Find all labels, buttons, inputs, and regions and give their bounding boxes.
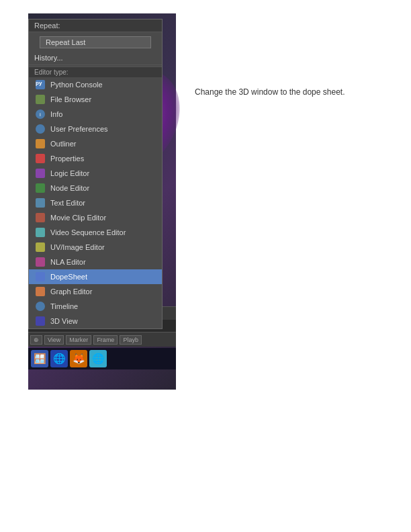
editor-type-dropdown: Repeat: Repeat Last History... Editor ty…: [28, 19, 163, 329]
menu-item-python-console[interactable]: py Python Console: [29, 77, 162, 92]
nla-icon: [34, 257, 46, 267]
menu-item-movie-clip[interactable]: Movie Clip Editor: [29, 210, 162, 225]
menu-item-user-preferences[interactable]: User Preferences: [29, 122, 162, 136]
menu-item-uv-image[interactable]: UV/Image Editor: [29, 240, 162, 255]
movieclip-icon: [34, 212, 46, 223]
filebrowser-icon: [34, 94, 46, 105]
timeline-icon-widget: ⊕: [30, 335, 42, 345]
menu-item-vse[interactable]: Video Sequence Editor: [29, 225, 162, 240]
info-icon: i: [34, 109, 46, 120]
divider-1: [29, 64, 162, 65]
taskbar-start-icon[interactable]: 🪟: [31, 350, 48, 367]
timeline-view-btn[interactable]: View: [44, 335, 64, 345]
repeat-last-row: Repeat Last: [29, 32, 162, 52]
history-button[interactable]: History...: [29, 52, 162, 63]
logic-icon: [34, 168, 46, 179]
prefs-icon: [34, 124, 46, 134]
menu-item-nla-editor[interactable]: NLA Editor: [29, 255, 162, 269]
timeline-playback-btn[interactable]: Playb: [120, 335, 142, 345]
timeline-marker-btn[interactable]: Marker: [66, 335, 91, 345]
menu-item-graph-editor[interactable]: Graph Editor: [29, 284, 162, 299]
3dview-icon: [34, 316, 46, 326]
timeline-frame-btn[interactable]: Frame: [93, 335, 118, 345]
editor-type-label: Editor type:: [29, 66, 162, 77]
node-icon: [34, 183, 46, 193]
menu-item-properties[interactable]: Properties: [29, 151, 162, 166]
taskbar: 🪟 🌐 🦊 🌐: [28, 348, 176, 369]
dope-icon: [34, 271, 46, 282]
timeline-toolbar: ⊕ View Marker Frame Playb: [28, 332, 176, 347]
repeat-last-button[interactable]: Repeat Last: [40, 36, 151, 48]
vse-icon: [34, 227, 46, 238]
graph-icon: [34, 286, 46, 297]
menu-item-info[interactable]: i Info: [29, 107, 162, 122]
uv-icon: [34, 242, 46, 253]
menu-item-timeline[interactable]: Timeline: [29, 299, 162, 314]
menu-item-text-editor[interactable]: Text Editor: [29, 195, 162, 210]
repeat-section-header: Repeat:: [29, 19, 162, 32]
menu-item-node-editor[interactable]: Node Editor: [29, 181, 162, 195]
menu-item-file-browser[interactable]: File Browser: [29, 92, 162, 107]
python-icon: py: [34, 79, 46, 90]
menu-item-dopesheet[interactable]: DopeSheet: [29, 269, 162, 284]
taskbar-icon-ff[interactable]: 🦊: [70, 350, 87, 367]
outliner-icon: [34, 138, 46, 149]
menu-item-outliner[interactable]: Outliner: [29, 136, 162, 151]
timeline-icon: [34, 301, 46, 312]
taskbar-icon-chrome[interactable]: 🌐: [89, 350, 107, 367]
menu-item-logic-editor[interactable]: Logic Editor: [29, 166, 162, 181]
taskbar-icon-ie[interactable]: 🌐: [50, 350, 68, 367]
instruction-text: Change the 3D window to the dope sheet.: [195, 87, 345, 97]
repeat-label: Repeat:: [34, 21, 60, 30]
properties-icon: [34, 153, 46, 164]
text-icon: [34, 197, 46, 208]
menu-item-3d-view[interactable]: 3D View: [29, 314, 162, 328]
